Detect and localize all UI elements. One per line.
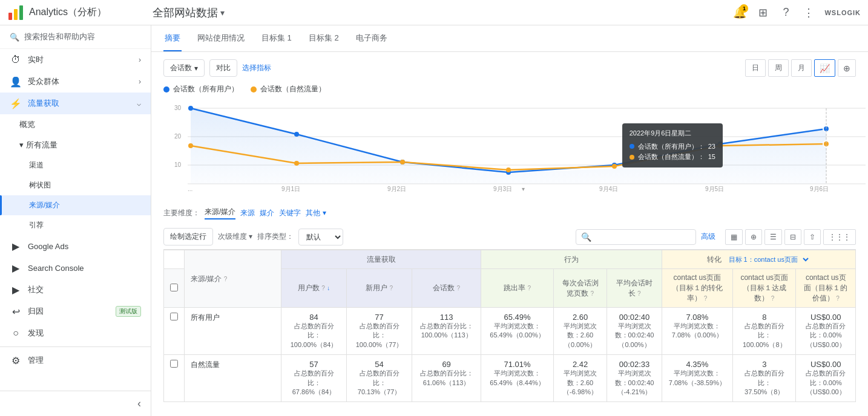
table-share-icon[interactable]: ⇧: [804, 229, 821, 245]
social-label: 社交: [28, 284, 141, 295]
sidebar-item-all-traffic[interactable]: ▾ 所有流量: [0, 135, 151, 155]
table-add-col-icon[interactable]: ⊕: [745, 229, 762, 245]
conv-rate-help-icon[interactable]: ?: [704, 295, 708, 302]
sidebar-item-audience[interactable]: 👤 受众群体 ›: [0, 71, 151, 93]
content-area: 摘要 网站使用情况 目标集 1 目标集 2 电子商务: [151, 25, 868, 416]
conversion-target-select[interactable]: 目标 1：contact us页面: [724, 254, 810, 265]
help-icon[interactable]: ?: [778, 5, 793, 20]
sidebar-item-admin[interactable]: ⚙ 管理: [0, 349, 151, 371]
new-users-help-icon[interactable]: ?: [389, 285, 393, 291]
svg-point-12: [294, 132, 299, 137]
tab-ecommerce[interactable]: 电子商务: [355, 25, 389, 51]
table-list-icon[interactable]: ☰: [764, 229, 782, 245]
pages-per-session-header[interactable]: 每次会话浏览页数 ?: [553, 269, 607, 308]
users-header: 用户数 ? ↓: [281, 269, 347, 308]
sidebar-item-treemap[interactable]: 树状图: [0, 175, 151, 195]
row1-checkbox-cell[interactable]: [164, 308, 185, 355]
line-chart-button[interactable]: 📈: [814, 59, 835, 77]
search-console-label: Search Console: [28, 264, 141, 273]
bounce-header[interactable]: 跳出率 ?: [481, 269, 554, 308]
sidebar-item-google-ads[interactable]: ▶ Google Ads: [0, 235, 151, 257]
avg-session-header[interactable]: 平均会话时长 ?: [607, 269, 662, 308]
row1-checkbox[interactable]: [170, 313, 178, 320]
sidebar-item-overview[interactable]: 概览: [0, 114, 151, 135]
tab-site-usage[interactable]: 网站使用情况: [196, 25, 246, 51]
view-day-button[interactable]: 日: [745, 59, 766, 77]
sidebar-item-social[interactable]: ▶ 社交: [0, 279, 151, 301]
more-icon[interactable]: ⋮: [801, 5, 816, 20]
dim-source[interactable]: 来源: [240, 208, 255, 218]
table-filter-icon[interactable]: ⊟: [784, 229, 801, 245]
chart-container: 30 20 10: [163, 99, 856, 195]
plot-selected-button[interactable]: 绘制选定行: [163, 228, 213, 245]
table-row: 自然流量 57 占总数的百分比：67.86%（84） 54 占总数的百分比：70…: [164, 355, 856, 402]
svg-text:9月2日: 9月2日: [387, 186, 406, 192]
scatter-chart-button[interactable]: ⊕: [838, 59, 856, 77]
view-month-button[interactable]: 月: [791, 59, 812, 77]
users-help-icon[interactable]: ?: [321, 285, 325, 291]
tab-goal-set2[interactable]: 目标集 2: [307, 25, 340, 51]
dim-medium[interactable]: 媒介: [260, 208, 274, 218]
table-toolbar: 绘制选定行 次级维度 ▾ 排序类型： 默认 绝对值 加权 🔍 高级: [163, 224, 856, 250]
view-week-button[interactable]: 周: [768, 59, 789, 77]
sidebar-collapse-button[interactable]: ‹: [0, 391, 151, 416]
row2-checkbox-cell[interactable]: [164, 355, 185, 402]
data-table: 来源/媒介 ? 流量获取 行为 转化 目标 1：con: [163, 250, 856, 402]
row2-checkbox[interactable]: [170, 360, 178, 368]
tab-goal-set1[interactable]: 目标集 1: [260, 25, 293, 51]
completions-help-icon[interactable]: ?: [771, 295, 775, 302]
dim-keyword[interactable]: 关键字: [279, 208, 301, 218]
compare-button[interactable]: 对比: [209, 59, 237, 77]
table-view-icons: ▦ ⊕ ☰ ⊟ ⇧ ⋮⋮⋮: [725, 229, 856, 245]
sidebar-search[interactable]: 🔍 搜索报告和帮助内容: [0, 25, 151, 49]
value-help-icon[interactable]: ?: [836, 295, 840, 302]
sidebar-item-channels[interactable]: 渠道: [0, 155, 151, 175]
sidebar-item-referrals[interactable]: 引荐: [0, 215, 151, 235]
dim-other[interactable]: 其他 ▾: [306, 208, 326, 218]
table-search-input[interactable]: [594, 233, 691, 241]
metric-button[interactable]: 会话数 ▾: [163, 59, 205, 77]
grid-icon[interactable]: ⊞: [755, 5, 770, 20]
chart-controls: 会话数 ▾ 对比 选择指标 日 周: [163, 59, 856, 77]
sessions-header[interactable]: 会话数 ?: [412, 269, 481, 308]
source-help-icon[interactable]: ?: [224, 276, 228, 282]
pages-help-icon[interactable]: ?: [590, 290, 594, 297]
svg-text:30: 30: [174, 105, 182, 111]
metric-dropdown-icon: ▾: [194, 64, 198, 73]
sidebar-item-acquisition[interactable]: ⚡ 流量获取 ⌵: [0, 93, 151, 114]
svg-text:10: 10: [174, 161, 182, 168]
acquisition-group-header: 流量获取: [281, 250, 481, 269]
table-grid-icon[interactable]: ▦: [725, 229, 743, 245]
advanced-filter-button[interactable]: 高级: [701, 232, 715, 242]
audience-icon: 👤: [10, 76, 22, 88]
sidebar-item-source-medium[interactable]: 来源/媒介: [0, 195, 151, 215]
sessions-help-icon[interactable]: ?: [457, 285, 461, 291]
tab-summary[interactable]: 摘要: [163, 25, 182, 51]
notification-icon[interactable]: 🔔 1: [732, 5, 747, 20]
sort-type-select[interactable]: 默认 绝对值 加权: [298, 229, 343, 245]
select-all-checkbox[interactable]: [170, 284, 178, 291]
dim-source-medium[interactable]: 来源/媒介: [205, 207, 235, 219]
table-density-icon[interactable]: ⋮⋮⋮: [823, 229, 856, 245]
sidebar-item-discover[interactable]: ○ 发现: [0, 322, 151, 344]
select-metric-link[interactable]: 选择指标: [242, 63, 271, 73]
page-title[interactable]: 全部网站数据 ▾: [153, 5, 225, 20]
legend-all-users: 会话数（所有用户）: [163, 84, 238, 94]
row1-pages: 2.60 平均浏览次数：2.60（0.00%）: [553, 308, 607, 355]
users-sort-icon[interactable]: ↓: [327, 285, 330, 291]
bounce-help-icon[interactable]: ?: [527, 285, 531, 291]
svg-rect-2: [19, 5, 23, 20]
conv-rate-header[interactable]: contact us页面（目标１的转化率） ?: [662, 269, 732, 308]
value-header[interactable]: contact us页面（目标１的价值） ?: [796, 269, 856, 308]
sidebar-item-search-console[interactable]: ▶ Search Console: [0, 257, 151, 279]
social-icon: ▶: [10, 284, 22, 296]
admin-icon: ⚙: [10, 354, 22, 366]
completions-header[interactable]: contact us页面（目标１达成数） ?: [733, 269, 796, 308]
checkbox-all[interactable]: [164, 269, 185, 308]
avg-session-help-icon[interactable]: ?: [637, 290, 641, 297]
new-users-header[interactable]: 新用户 ?: [347, 269, 412, 308]
beta-badge: 测试版: [116, 306, 141, 317]
notification-badge: 1: [740, 4, 748, 13]
sidebar-item-attribution[interactable]: ↩ 归因 测试版: [0, 301, 151, 322]
sidebar-item-realtime[interactable]: ⏱ 实时 ›: [0, 49, 151, 71]
